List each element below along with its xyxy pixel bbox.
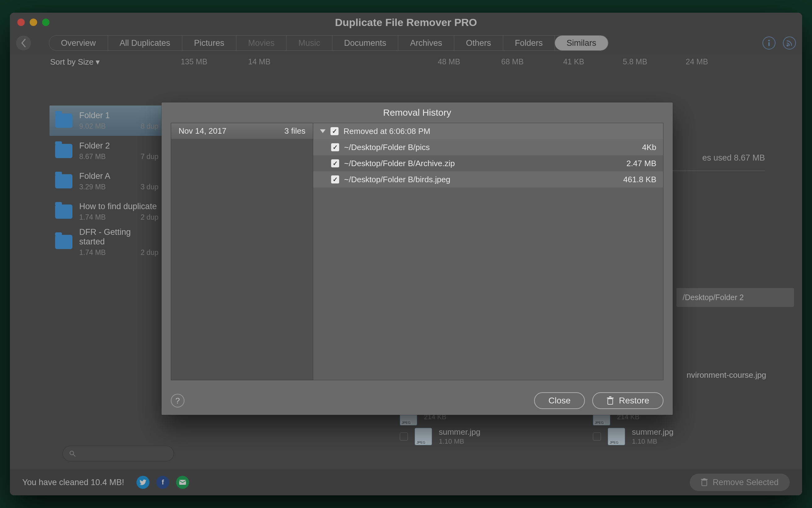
window-title: Duplicate File Remover PRO [10, 16, 802, 29]
svg-rect-5 [702, 480, 707, 486]
remove-selected-button[interactable]: Remove Selected [690, 474, 790, 491]
image-thumb-icon [415, 428, 432, 445]
folder-name: Folder 1 [79, 111, 159, 120]
checkbox[interactable] [400, 432, 408, 440]
size-documents: 48 MB [417, 57, 481, 66]
svg-point-0 [768, 40, 770, 41]
disclosure-triangle-icon[interactable] [320, 129, 326, 133]
tab-overview[interactable]: Overview [49, 36, 108, 50]
titlebar: Duplicate File Remover PRO [10, 13, 802, 32]
email-icon[interactable] [176, 476, 189, 489]
removal-history-modal: Removal History Nov 14, 2017 3 files ✓ R… [162, 102, 673, 415]
svg-rect-10 [609, 396, 611, 397]
checkbox[interactable] [593, 432, 601, 440]
size-archives: 68 MB [481, 57, 543, 66]
path-row[interactable]: /Desktop/Folder 2 [677, 288, 794, 307]
size-others: 41 KB [543, 57, 604, 66]
tab-others[interactable]: Others [454, 36, 503, 50]
history-file-row[interactable]: ✓ ~/Desktop/Folder B/birds.jpeg 461.8 KB [313, 171, 663, 187]
footer: You have cleaned 10.4 MB! f Remove Selec… [10, 469, 802, 495]
history-group-header[interactable]: ✓ Removed at 6:06:08 PM [313, 123, 663, 139]
folder-icon [55, 144, 73, 158]
category-tabs: Overview All Duplicates Pictures Movies … [49, 35, 608, 51]
size-movies [290, 57, 353, 66]
tab-movies[interactable]: Movies [237, 36, 287, 50]
tab-all-duplicates[interactable]: All Duplicates [108, 36, 182, 50]
folder-icon [55, 235, 73, 249]
restore-button[interactable]: Restore [592, 392, 664, 409]
folder-item[interactable]: Folder 1 9.02 MB8 dup [49, 105, 164, 136]
history-files-list: ✓ Removed at 6:06:08 PM ✓ ~/Desktop/Fold… [313, 123, 664, 380]
svg-line-3 [73, 455, 75, 456]
history-file-row[interactable]: ✓ ~/Desktop/Folder B/Archive.zip 2.47 MB [313, 155, 663, 171]
tab-archives[interactable]: Archives [398, 36, 454, 50]
folder-list: Folder 1 9.02 MB8 dup Folder 2 8.67 MB7 … [49, 105, 164, 257]
svg-rect-8 [608, 399, 613, 405]
history-sessions-list: Nov 14, 2017 3 files [171, 123, 313, 380]
size-folders: 5.8 MB [604, 57, 666, 66]
app-window: Duplicate File Remover PRO Overview All … [10, 13, 802, 495]
help-button[interactable]: ? [171, 394, 184, 408]
trash-icon [701, 478, 708, 486]
folder-item[interactable]: DFR - Getting started 1.74 MB2 dup [49, 227, 164, 257]
folder-item[interactable]: Folder 2 8.67 MB7 dup [49, 136, 164, 166]
usage-text: es used 8.67 MB [702, 153, 765, 163]
history-session-row[interactable]: Nov 14, 2017 3 files [171, 123, 313, 139]
facebook-icon[interactable]: f [156, 476, 169, 489]
size-music [353, 57, 417, 66]
size-similars: 24 MB [666, 57, 728, 66]
back-button[interactable] [16, 36, 31, 50]
search-input[interactable] [62, 446, 174, 461]
search-icon [69, 450, 76, 457]
folder-icon [55, 114, 73, 128]
svg-rect-9 [607, 397, 614, 398]
size-pictures: 14 MB [228, 57, 290, 66]
checkbox[interactable]: ✓ [331, 127, 339, 135]
cleaned-message: You have cleaned 10.4 MB! [22, 478, 124, 487]
checkbox[interactable]: ✓ [331, 159, 339, 167]
folder-icon [55, 174, 73, 188]
checkbox[interactable]: ✓ [331, 143, 339, 151]
toolbar: Overview All Duplicates Pictures Movies … [10, 32, 802, 54]
info-icon[interactable] [763, 37, 775, 49]
svg-point-2 [70, 451, 74, 455]
size-all: 135 MB [160, 57, 228, 66]
tab-folders[interactable]: Folders [503, 36, 555, 50]
tab-similars[interactable]: Similars [555, 36, 608, 50]
twitter-icon[interactable] [136, 476, 149, 489]
checkbox[interactable]: ✓ [331, 175, 339, 183]
tab-pictures[interactable]: Pictures [182, 36, 237, 50]
tab-documents[interactable]: Documents [332, 36, 398, 50]
tab-music[interactable]: Music [287, 36, 332, 50]
folder-item[interactable]: How to find duplicate 1.74 MB2 dup [49, 197, 164, 227]
image-thumb-icon [608, 428, 625, 445]
svg-rect-7 [703, 478, 706, 479]
folder-icon [55, 205, 73, 219]
trash-icon [606, 396, 614, 405]
modal-title: Removal History [162, 102, 673, 123]
rss-icon[interactable] [783, 37, 796, 49]
close-button[interactable]: Close [534, 392, 585, 409]
file-name-partial: nvironment-course.jpg [687, 370, 766, 380]
svg-rect-1 [768, 42, 770, 46]
history-file-row[interactable]: ✓ ~/Desktop/Folder B/pics 4Kb [313, 139, 663, 155]
sort-dropdown[interactable]: Sort by Size ▾ [50, 57, 100, 67]
folder-item[interactable]: Folder A 3.29 MB3 dup [49, 166, 164, 197]
